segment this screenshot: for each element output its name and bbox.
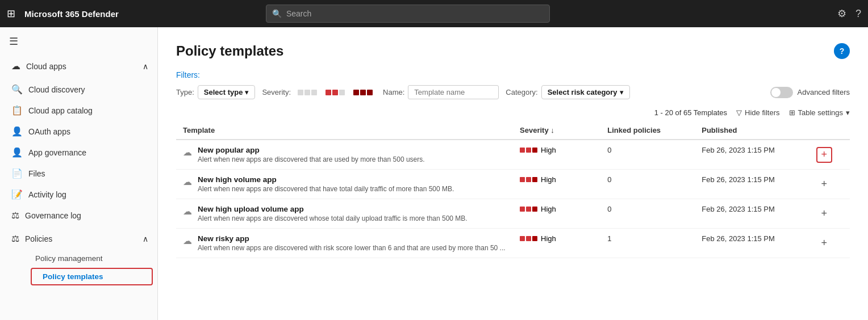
sidebar-item-policy-templates[interactable]: Policy templates — [31, 268, 153, 285]
sev-bar-3 — [532, 236, 537, 241]
severity-indicator: High — [520, 175, 594, 184]
published-cell: Feb 26, 2023 1:15 PM — [695, 229, 809, 258]
sev-bars — [520, 148, 537, 153]
table-row: ☁ New popular app Alert when new apps ar… — [176, 140, 850, 170]
chevron-down-icon: ▾ — [245, 88, 249, 96]
add-template-button[interactable]: + — [816, 147, 832, 163]
table-settings-chevron: ▾ — [846, 108, 850, 117]
sev-bar-2 — [526, 236, 531, 241]
table-settings-label: Table settings — [798, 108, 844, 117]
search-input[interactable] — [286, 9, 544, 18]
sev-bar-1 — [520, 207, 525, 212]
linked-count: 1 — [607, 234, 611, 243]
cloud-template-icon: ☁ — [183, 176, 192, 187]
add-template-button[interactable]: + — [816, 235, 832, 251]
help-circle-button[interactable]: ? — [834, 43, 850, 59]
sidebar-item-label: Cloud discovery — [28, 85, 85, 94]
sidebar-item-app-governance[interactable]: 👤 App governance — [0, 142, 157, 163]
sidebar-item-label: OAuth apps — [28, 127, 70, 136]
sidebar: ☰ ☁ Cloud apps ∧ 🔍 Cloud discovery 📋 Clo… — [0, 27, 158, 320]
linked-cell: 1 — [600, 229, 695, 258]
page-header: Policy templates ? — [176, 43, 850, 59]
sev-bars — [520, 207, 537, 212]
sev-bar-1 — [520, 148, 525, 153]
template-name: New risky app — [198, 234, 506, 243]
sev-high-box1 — [353, 90, 359, 95]
policy-templates-label: Policy templates — [43, 272, 103, 281]
advanced-filters-toggle[interactable] — [770, 87, 793, 98]
category-filter-group: Category: Select risk category ▾ — [506, 85, 629, 99]
col-header-linked: Linked policies — [600, 121, 695, 140]
policies-sub-menu: Policy management Policy templates — [0, 249, 157, 288]
name-filter-label: Name: — [383, 88, 404, 96]
severity-filter-group: Severity: — [262, 87, 376, 98]
governance-log-icon: ⚖ — [11, 210, 19, 221]
severity-filter-label: Severity: — [262, 88, 291, 96]
sidebar-item-label: Activity log — [28, 190, 66, 199]
col-header-severity[interactable]: Severity ↓ — [513, 121, 600, 140]
template-desc: Alert when new apps are discovered with … — [198, 244, 506, 252]
type-select-button[interactable]: Select type ▾ — [198, 85, 256, 99]
template-desc: Alert when new apps are discovered that … — [198, 185, 454, 193]
sidebar-item-activity-log[interactable]: 📝 Activity log — [0, 184, 157, 205]
chevron-up-icon2: ∧ — [143, 234, 148, 243]
col-header-template: Template — [176, 121, 513, 140]
template-name: New high upload volume app — [198, 205, 468, 213]
published-cell: Feb 26, 2023 1:15 PM — [695, 140, 809, 170]
template-name: New popular app — [198, 146, 425, 154]
sev-bar-2 — [526, 177, 531, 182]
app-title: Microsoft 365 Defender — [24, 9, 119, 19]
cloud-discovery-icon: 🔍 — [11, 84, 23, 95]
sidebar-item-cloud-app-catalog[interactable]: 📋 Cloud app catalog — [0, 100, 157, 121]
add-template-button[interactable]: + — [816, 176, 832, 192]
category-select-button[interactable]: Select risk category ▾ — [541, 85, 630, 99]
files-icon: 📄 — [11, 168, 23, 179]
settings-button[interactable]: ⚙ — [837, 7, 846, 20]
severity-medium-group[interactable] — [322, 87, 348, 98]
sidebar-item-oauth-apps[interactable]: 👤 OAuth apps — [0, 121, 157, 142]
filters-row: Type: Select type ▾ Severity: — [176, 85, 850, 99]
action-cell: + — [809, 140, 850, 170]
published-date: Feb 26, 2023 1:15 PM — [702, 234, 775, 243]
table-settings-button[interactable]: ⊞ Table settings ▾ — [789, 108, 850, 117]
linked-cell: 0 — [600, 170, 695, 199]
sidebar-item-cloud-discovery[interactable]: 🔍 Cloud discovery — [0, 79, 157, 100]
type-filter-label: Type: — [176, 88, 194, 96]
sev-low-box3 — [311, 90, 317, 95]
severity-label: High — [541, 146, 556, 154]
published-date: Feb 26, 2023 1:15 PM — [702, 205, 775, 213]
sidebar-group-policies[interactable]: ⚖ Policies ∧ — [0, 228, 157, 249]
advanced-filters-row: Advanced filters — [770, 87, 850, 98]
sidebar-item-policy-management[interactable]: Policy management — [26, 250, 157, 267]
published-date: Feb 26, 2023 1:15 PM — [702, 146, 775, 154]
sidebar-item-files[interactable]: 📄 Files — [0, 163, 157, 184]
sidebar-item-label: Files — [28, 169, 45, 178]
severity-indicator: High — [520, 205, 594, 213]
table-body: ☁ New popular app Alert when new apps ar… — [176, 140, 850, 258]
cloud-template-icon: ☁ — [183, 235, 192, 246]
search-bar[interactable]: 🔍 — [266, 5, 550, 23]
add-template-button[interactable]: + — [816, 206, 832, 222]
sidebar-item-label: Governance log — [25, 211, 81, 220]
sidebar-group-cloud-apps[interactable]: ☁ Cloud apps ∧ — [0, 56, 157, 77]
name-filter-input[interactable] — [408, 85, 499, 99]
sidebar-item-governance-log[interactable]: ⚖ Governance log — [0, 205, 157, 226]
cloud-apps-label: Cloud apps — [26, 62, 66, 71]
severity-low-group[interactable] — [294, 87, 320, 98]
grid-icon[interactable]: ⊞ — [7, 7, 15, 20]
template-cell: ☁ New high volume app Alert when new app… — [176, 170, 513, 199]
filters-label: Filters: — [176, 70, 850, 79]
hide-filters-button[interactable]: ▽ Hide filters — [736, 108, 779, 117]
published-date: Feb 26, 2023 1:15 PM — [702, 175, 775, 184]
severity-high-group[interactable] — [350, 87, 376, 98]
sev-med-box2 — [332, 90, 338, 95]
type-filter-group: Type: Select type ▾ — [176, 85, 255, 99]
hide-filters-label: Hide filters — [745, 108, 779, 117]
linked-count: 0 — [607, 205, 611, 213]
table-row: ☁ New high upload volume app Alert when … — [176, 199, 850, 229]
severity-cell: High — [513, 229, 600, 258]
help-button[interactable]: ? — [856, 8, 861, 20]
hamburger-menu[interactable]: ☰ — [0, 27, 157, 56]
table-toolbar: 1 - 20 of 65 Templates ▽ Hide filters ⊞ … — [176, 108, 850, 117]
cloud-catalog-icon: 📋 — [11, 105, 23, 116]
